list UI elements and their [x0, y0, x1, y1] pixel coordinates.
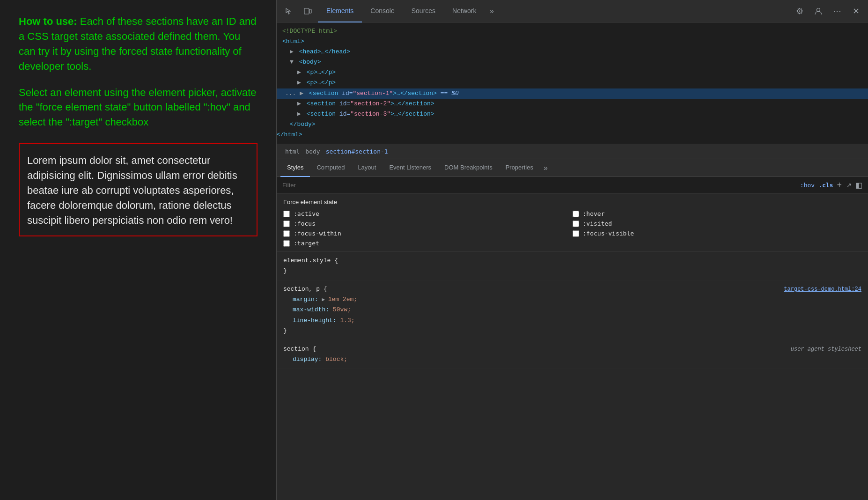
- prop-display-value: block;: [325, 356, 347, 363]
- checkbox-hover[interactable]: [573, 211, 579, 217]
- menu-button[interactable]: ⋯: [829, 3, 846, 20]
- css-rule-section-ua: section { user agent stylesheet display:…: [277, 340, 868, 369]
- section-p-selector: section, p {: [283, 284, 327, 294]
- device-toggle-button[interactable]: [299, 3, 316, 20]
- tab-computed[interactable]: Computed: [310, 159, 351, 177]
- checkbox-focus[interactable]: [283, 221, 290, 227]
- section3-tag: <section: [307, 110, 339, 118]
- p2-tag: <p>…</p>: [307, 79, 336, 86]
- bc-section1[interactable]: section#section-1: [323, 147, 391, 156]
- section3-attr-name: id=: [339, 110, 350, 118]
- close-html-tag: </html>: [277, 131, 302, 138]
- prop-lineheight-name: line-height:: [283, 317, 337, 324]
- margin-arrow: ▶: [322, 297, 328, 302]
- html-tag: <html>: [282, 38, 304, 45]
- section-p-close: }: [283, 327, 287, 334]
- dom-line-section3[interactable]: ▶ <section id="section-3">…</section>: [277, 109, 868, 119]
- dom-line-body[interactable]: ▼ <body>: [277, 57, 868, 67]
- devtools-topbar: Elements Console Sources Network » ⚙ ⋯ ✕: [277, 0, 868, 22]
- settings-button[interactable]: ⚙: [791, 3, 808, 20]
- bc-body[interactable]: body: [302, 147, 323, 156]
- tab-network[interactable]: Network: [444, 0, 485, 22]
- tab-sources[interactable]: Sources: [403, 0, 444, 22]
- dom-line-section1[interactable]: ... ▶ <section id="section-1">…</section…: [277, 88, 868, 99]
- checkbox-target[interactable]: [283, 240, 290, 247]
- section1-attr-value: "section-1": [353, 90, 393, 97]
- body-tag: <body>: [299, 59, 321, 66]
- check-focus-visible: :focus-visible: [573, 230, 862, 237]
- check-focus-within: :focus-within: [283, 230, 573, 237]
- devtools-tabs: Elements Console Sources Network »: [318, 0, 789, 22]
- section3-arrow: ▶: [297, 110, 301, 118]
- devtools-more-tabs[interactable]: »: [485, 3, 499, 20]
- tab-properties[interactable]: Properties: [499, 159, 540, 177]
- prop-margin-value: 1em 2em;: [328, 296, 357, 303]
- section2-tag: <section: [307, 100, 339, 107]
- hov-button[interactable]: :hov: [800, 182, 815, 189]
- new-style-rule-icon: ↗: [846, 182, 852, 189]
- element-style-selector: element.style {: [283, 257, 338, 264]
- cls-button[interactable]: .cls: [818, 182, 833, 189]
- checkbox-focus-within[interactable]: [283, 230, 290, 237]
- section3-close: >…</section>: [390, 110, 434, 118]
- section2-close: >…</section>: [390, 100, 434, 107]
- checkbox-focus-visible[interactable]: [573, 230, 579, 237]
- bc-html[interactable]: html: [282, 147, 302, 156]
- prop-display-name: display:: [283, 356, 322, 363]
- add-rule-button[interactable]: +: [837, 180, 842, 190]
- filter-input[interactable]: [282, 182, 800, 189]
- svg-rect-1: [309, 9, 311, 13]
- dom-line-html[interactable]: <html>: [277, 37, 868, 47]
- check-visited: :visited: [573, 220, 862, 227]
- dom-line-p1[interactable]: ▶ <p>…</p>: [277, 67, 868, 78]
- element-picker-button[interactable]: [280, 3, 297, 20]
- prop-margin-name: margin:: [283, 296, 318, 303]
- tab-dom-breakpoints[interactable]: DOM Breakpoints: [438, 159, 499, 177]
- tab-event-listeners[interactable]: Event Listeners: [383, 159, 438, 177]
- doctype-text: <!DOCTYPE html>: [282, 28, 337, 35]
- breadcrumb: html body section#section-1: [277, 144, 868, 159]
- section1-tag: <section: [309, 90, 342, 97]
- dom-line-section2[interactable]: ▶ <section id="section-2">…</section>: [277, 99, 868, 109]
- label-hover: :hover: [583, 210, 605, 217]
- p1-tag: <p>…</p>: [307, 69, 336, 76]
- body-arrow: ▼: [290, 59, 294, 66]
- tab-layout[interactable]: Layout: [351, 159, 383, 177]
- tab-console[interactable]: Console: [362, 0, 403, 22]
- checkbox-visited[interactable]: [573, 221, 579, 227]
- panel-toggle-button[interactable]: ◧: [855, 181, 862, 190]
- check-target: :target: [283, 240, 573, 247]
- section2-attr-name: id=: [339, 100, 350, 107]
- check-hover: :hover: [573, 210, 862, 217]
- label-visited: :visited: [583, 220, 612, 227]
- section-p-source-link[interactable]: target-css-demo.html:24: [784, 285, 861, 294]
- prop-maxwidth: max-width: 50vw;: [283, 305, 861, 315]
- dom-line-closebody[interactable]: </body>: [277, 119, 868, 130]
- head-tag: <head>…</head>: [299, 48, 350, 55]
- checkbox-active[interactable]: [283, 211, 290, 217]
- p2-arrow: ▶: [297, 79, 301, 86]
- dom-line-closehtml[interactable]: </html>: [277, 130, 868, 140]
- dom-tree: <!DOCTYPE html> <html> ▶ <head>…</head> …: [277, 22, 868, 144]
- lorem-section: Lorem ipsum dolor sit, amet consectetur …: [19, 143, 257, 236]
- element-style-close: }: [283, 267, 287, 274]
- close-button[interactable]: ✕: [847, 3, 864, 20]
- dom-line-head[interactable]: ▶ <head>…</head>: [277, 47, 868, 57]
- section-ua-selector: section {: [283, 344, 316, 354]
- label-focus-visible: :focus-visible: [583, 230, 634, 237]
- label-target: :target: [294, 240, 319, 247]
- styles-tabs-more[interactable]: »: [540, 164, 552, 172]
- dom-line-p2[interactable]: ▶ <p>…</p>: [277, 78, 868, 88]
- tab-elements[interactable]: Elements: [318, 0, 362, 22]
- tab-styles[interactable]: Styles: [280, 159, 310, 177]
- force-checkboxes: :active :hover :focus :visited :focus-wi…: [283, 210, 861, 247]
- user-agent-label: user agent stylesheet: [791, 345, 861, 354]
- section1-attr-name: id=: [342, 90, 353, 97]
- user-button[interactable]: [810, 3, 827, 20]
- select-element-text: Select an element using the element pick…: [19, 85, 257, 130]
- close-body-tag: </body>: [290, 121, 316, 128]
- rule-section-ua-header: section { user agent stylesheet: [283, 344, 861, 354]
- dom-line-doctype[interactable]: <!DOCTYPE html>: [277, 26, 868, 37]
- styles-tabs-bar: Styles Computed Layout Event Listeners D…: [277, 159, 868, 177]
- devtools-right-icons: ⚙ ⋯ ✕: [791, 3, 864, 20]
